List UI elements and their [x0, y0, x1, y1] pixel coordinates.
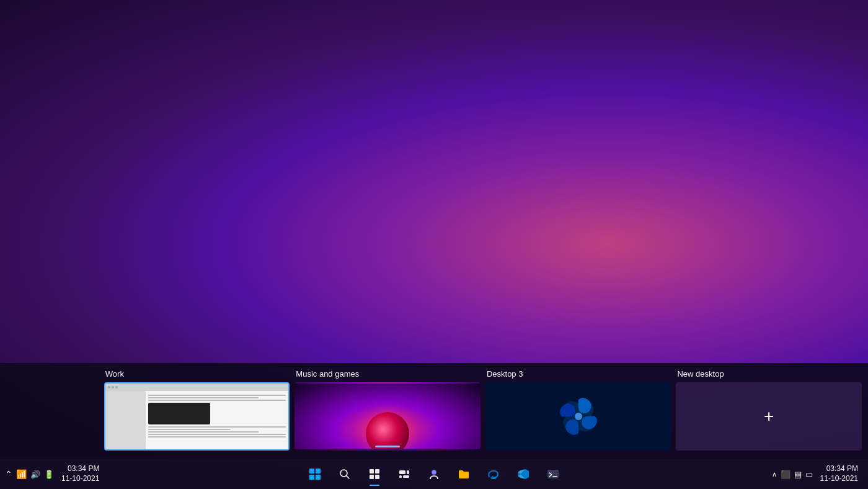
work-main-content: [146, 391, 289, 449]
system-clock[interactable]: 03:34 PM 11-10-2021: [59, 464, 102, 483]
tray-chevron-icon[interactable]: ∧: [772, 470, 777, 478]
desktop-thumbnail-work[interactable]: [104, 382, 290, 451]
svg-point-12: [432, 470, 436, 474]
music-circle-visual: [366, 412, 409, 451]
grid-cell-1: [309, 469, 314, 473]
grid-cell-2: [316, 469, 321, 473]
vscode-button[interactable]: [510, 460, 537, 488]
task-view-button[interactable]: [361, 460, 388, 488]
taskbar: ⌃ 📶 🔊 🔋 03:34 PM 11-10-2021: [0, 459, 868, 489]
desktop-label-new: New desktop: [676, 369, 724, 379]
work-browser-topbar: [105, 384, 289, 391]
svg-rect-6: [375, 475, 379, 479]
system-tray-area: ∧ ⬛ ▤ ▭ 03:34 PM 11-10-2021: [767, 459, 868, 489]
svg-line-2: [347, 476, 350, 479]
wifi-icon[interactable]: 📶: [16, 469, 27, 479]
terminal-icon: [547, 469, 559, 480]
tray-wifi-icon[interactable]: ⬛: [781, 470, 790, 479]
desktop-item-work[interactable]: Work: [104, 369, 290, 451]
tray-icon-group: ∧ ⬛ ▤ ▭: [767, 470, 818, 479]
text-line-6: [148, 431, 259, 433]
file-explorer-button[interactable]: [450, 460, 477, 488]
svg-rect-9: [399, 475, 402, 478]
edge-icon: [487, 468, 500, 480]
clock-date: 11-10-2021: [61, 474, 99, 484]
search-icon: [339, 469, 350, 480]
chat-icon: [428, 469, 440, 480]
clock-time: 03:34 PM: [68, 464, 99, 474]
start-icon: [309, 469, 321, 480]
desktop-label-desktop3: Desktop 3: [485, 369, 523, 379]
text-line-3: [148, 400, 286, 401]
terminal-button[interactable]: [539, 460, 567, 488]
edge-button[interactable]: [480, 460, 507, 488]
tray-overflow-button[interactable]: ⌃: [5, 469, 12, 479]
search-button[interactable]: [331, 460, 358, 488]
svg-rect-3: [370, 469, 374, 473]
desktop-label-work: Work: [104, 369, 124, 379]
desktop-thumbnail-desktop3[interactable]: [485, 382, 671, 451]
desktop-thumbnail-music[interactable]: [294, 382, 480, 451]
browser-dot-3: [115, 386, 118, 388]
clock-display[interactable]: 03:34 PM 11-10-2021: [818, 464, 861, 483]
text-line-1: [148, 395, 286, 396]
text-line-7: [148, 434, 286, 435]
browser-dot-1: [108, 386, 110, 388]
tray-battery-icon[interactable]: ▭: [805, 470, 813, 479]
browser-dot-2: [112, 386, 114, 388]
clock-time-display: 03:34 PM: [826, 464, 858, 474]
work-thumbnail-content: [105, 384, 289, 449]
battery-icon[interactable]: 🔋: [44, 470, 54, 479]
desktop-item-music[interactable]: Music and games: [294, 369, 480, 451]
start-button[interactable]: [301, 460, 329, 488]
work-sidebar: [105, 391, 146, 449]
text-line-8: [148, 436, 286, 437]
chevron-up-icon: ⌃: [5, 469, 12, 479]
svg-point-0: [575, 413, 582, 420]
desktop-thumbnail-new[interactable]: +: [676, 382, 862, 451]
desktop-item-new[interactable]: New desktop +: [676, 369, 862, 451]
clock-date-display: 11-10-2021: [820, 474, 858, 484]
grid-cell-4: [316, 475, 321, 480]
video-area: [148, 403, 210, 424]
win11-logo-icon: [557, 395, 600, 438]
svg-rect-7: [399, 470, 405, 474]
svg-rect-8: [407, 470, 409, 474]
vscode-icon: [517, 468, 529, 480]
work-content-area: [105, 391, 289, 449]
desktop-label-music: Music and games: [294, 369, 359, 379]
tray-volume-icon[interactable]: ▤: [794, 470, 802, 479]
widgets-icon: [399, 469, 410, 480]
text-line-2: [148, 397, 259, 398]
task-view-panel: Work: [0, 363, 868, 459]
folder-icon: [458, 469, 470, 480]
svg-rect-5: [370, 475, 374, 479]
taskbar-center-buttons: [301, 460, 567, 488]
svg-rect-4: [375, 469, 379, 473]
svg-rect-10: [403, 475, 409, 478]
grid-cell-3: [309, 475, 314, 480]
music-scrollbar: [375, 446, 400, 447]
svg-rect-13: [547, 470, 559, 478]
taskview-icon: [369, 469, 380, 480]
text-line-5: [148, 429, 231, 430]
tray-overflow-area: ⌃ 📶 🔊 🔋 03:34 PM 11-10-2021: [0, 459, 102, 489]
desktop-item-desktop3[interactable]: Desktop 3: [485, 369, 671, 451]
text-line-4: [148, 426, 286, 428]
widgets-button[interactable]: [391, 460, 418, 488]
new-desktop-plus-icon: +: [764, 408, 774, 425]
volume-icon[interactable]: 🔊: [30, 470, 40, 479]
chat-button[interactable]: [420, 460, 448, 488]
